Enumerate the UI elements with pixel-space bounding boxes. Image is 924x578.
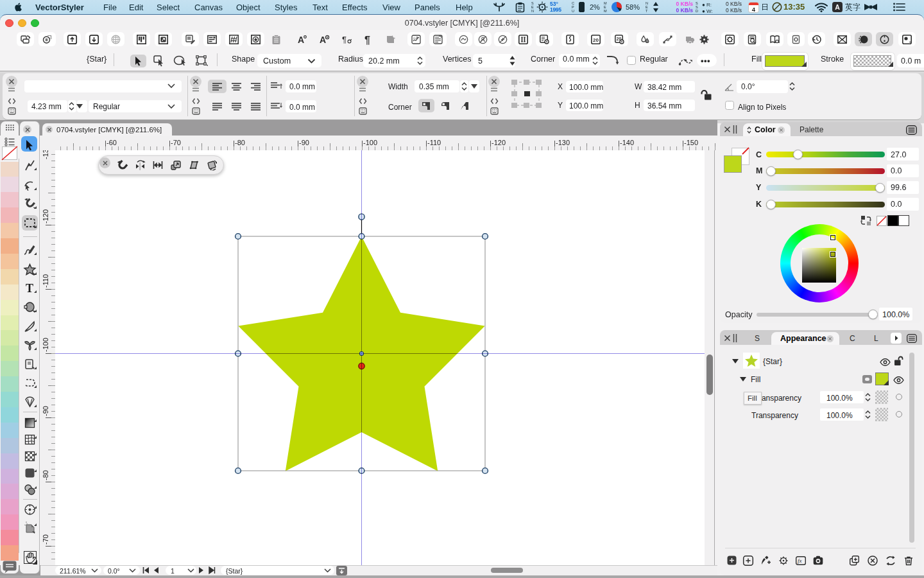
svg-text:¶: ¶ (364, 34, 370, 45)
svg-text:fx: fx (798, 557, 802, 564)
svg-text:ルE: ルE (413, 35, 418, 39)
svg-text:¶: ¶ (342, 35, 346, 44)
svg-text:A: A (320, 35, 326, 45)
svg-text:A: A (298, 35, 304, 45)
svg-text:20: 20 (593, 37, 599, 42)
svg-text:T: T (26, 282, 33, 295)
